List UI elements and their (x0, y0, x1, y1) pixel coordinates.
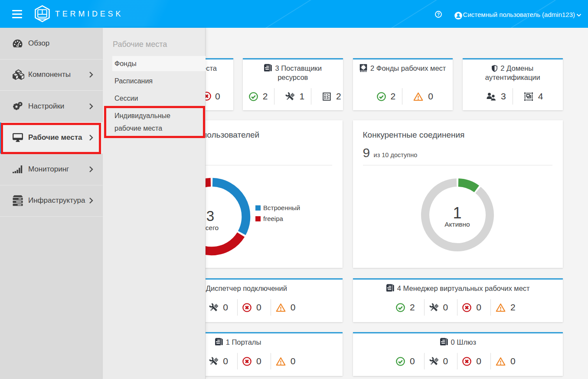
svg-text:?: ? (437, 12, 440, 17)
